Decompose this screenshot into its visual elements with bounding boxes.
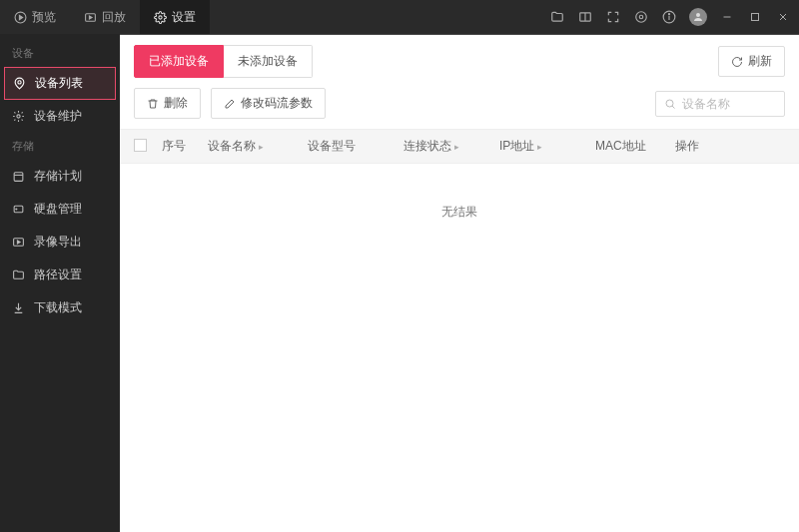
fullscreen-icon[interactable] <box>605 9 621 25</box>
play-circle-icon <box>14 11 27 24</box>
col-mac: MAC地址 <box>595 138 675 155</box>
body: 设备 设备列表 设备维护 存储 存储计划 硬盘管理 录像导出 路径设置 下载模式 <box>0 34 799 532</box>
download-icon <box>12 301 26 314</box>
subtab-not-added[interactable]: 未添加设备 <box>224 45 313 78</box>
modify-stream-button[interactable]: 修改码流参数 <box>211 88 326 119</box>
delete-label: 删除 <box>164 95 188 112</box>
user-avatar[interactable] <box>689 8 707 26</box>
sidebar-item-device-maintain[interactable]: 设备维护 <box>0 100 120 133</box>
svg-line-26 <box>672 106 675 109</box>
sidebar: 设备 设备列表 设备维护 存储 存储计划 硬盘管理 录像导出 路径设置 下载模式 <box>0 34 120 532</box>
sidebar-item-label: 路径设置 <box>34 266 82 283</box>
col-name[interactable]: 设备名称▸ <box>208 138 308 155</box>
col-op: 操作 <box>675 138 735 155</box>
sidebar-item-path-settings[interactable]: 路径设置 <box>0 259 120 291</box>
calendar-icon <box>12 170 26 183</box>
sidebar-item-download-mode[interactable]: 下载模式 <box>0 291 120 324</box>
tab-label: 回放 <box>102 9 126 26</box>
main-tabs: 预览 回放 设置 <box>0 0 210 34</box>
col-checkbox <box>134 139 162 155</box>
main-panel: 已添加设备 未添加设备 刷新 删除 修改码流参数 <box>120 34 799 532</box>
maximize-icon[interactable] <box>747 9 763 25</box>
gear-icon <box>154 11 167 24</box>
svg-point-18 <box>17 115 20 118</box>
tab-playback[interactable]: 回放 <box>70 0 140 34</box>
sort-icon: ▸ <box>454 142 459 152</box>
sidebar-item-label: 硬盘管理 <box>34 201 82 218</box>
edit-icon <box>224 98 236 110</box>
sidebar-item-label: 存储计划 <box>34 168 82 185</box>
svg-point-12 <box>696 13 700 17</box>
svg-point-8 <box>636 12 647 23</box>
export-icon <box>12 236 26 249</box>
refresh-button[interactable]: 刷新 <box>718 46 785 77</box>
disk-icon <box>12 203 26 216</box>
select-all-checkbox[interactable] <box>134 139 147 152</box>
layout-icon[interactable] <box>577 9 593 25</box>
settings-icon[interactable] <box>633 9 649 25</box>
titlebar-actions <box>549 8 791 26</box>
folder-icon[interactable] <box>549 9 565 25</box>
tab-settings[interactable]: 设置 <box>140 0 210 34</box>
toolbar-secondary-left: 删除 修改码流参数 <box>134 88 326 119</box>
playback-icon <box>84 11 97 24</box>
refresh-icon <box>731 56 743 68</box>
search-input[interactable] <box>682 97 776 111</box>
svg-point-17 <box>18 81 21 84</box>
col-ip[interactable]: IP地址▸ <box>499 138 595 155</box>
sort-icon: ▸ <box>537 142 542 152</box>
delete-button[interactable]: 删除 <box>134 88 201 119</box>
empty-state: 无结果 <box>120 164 799 261</box>
svg-point-11 <box>668 14 669 15</box>
svg-rect-19 <box>14 173 23 182</box>
sidebar-group-storage: 存储 <box>0 133 120 160</box>
col-status[interactable]: 连接状态▸ <box>403 138 499 155</box>
svg-point-25 <box>666 100 673 107</box>
svg-point-22 <box>16 209 17 210</box>
modify-label: 修改码流参数 <box>241 95 313 112</box>
pin-icon <box>13 77 27 90</box>
table-header: 序号 设备名称▸ 设备型号 连接状态▸ IP地址▸ MAC地址 操作 <box>120 129 799 164</box>
search-box[interactable] <box>655 91 785 117</box>
svg-marker-3 <box>89 15 92 18</box>
sort-icon: ▸ <box>259 142 264 152</box>
svg-marker-1 <box>19 15 22 19</box>
search-icon <box>664 98 676 110</box>
sidebar-item-label: 录像导出 <box>34 234 82 251</box>
sidebar-group-device: 设备 <box>0 40 120 67</box>
tab-label: 预览 <box>32 9 56 26</box>
wrench-icon <box>12 110 26 123</box>
svg-rect-14 <box>752 14 759 21</box>
col-index: 序号 <box>162 138 208 155</box>
svg-point-4 <box>159 15 162 18</box>
close-icon[interactable] <box>775 9 791 25</box>
sidebar-item-disk-manage[interactable]: 硬盘管理 <box>0 193 120 226</box>
sidebar-item-label: 下载模式 <box>34 299 82 316</box>
svg-point-7 <box>639 15 643 19</box>
sidebar-item-label: 设备维护 <box>34 108 82 125</box>
sub-tabs: 已添加设备 未添加设备 <box>134 45 313 78</box>
sidebar-item-device-list[interactable]: 设备列表 <box>4 67 116 100</box>
subtab-added[interactable]: 已添加设备 <box>134 45 224 78</box>
titlebar: 预览 回放 设置 <box>0 0 799 34</box>
toolbar-secondary: 删除 修改码流参数 <box>120 88 799 129</box>
minimize-icon[interactable] <box>719 9 735 25</box>
trash-icon <box>147 98 159 110</box>
svg-marker-24 <box>17 241 20 244</box>
refresh-label: 刷新 <box>748 53 772 70</box>
tab-preview[interactable]: 预览 <box>0 0 70 34</box>
col-model: 设备型号 <box>308 138 403 155</box>
info-icon[interactable] <box>661 9 677 25</box>
sidebar-item-storage-plan[interactable]: 存储计划 <box>0 160 120 193</box>
toolbar-primary: 已添加设备 未添加设备 刷新 <box>120 35 799 88</box>
folder-icon <box>12 268 26 281</box>
tab-label: 设置 <box>172 9 196 26</box>
sidebar-item-label: 设备列表 <box>35 75 83 92</box>
sidebar-item-record-export[interactable]: 录像导出 <box>0 226 120 259</box>
